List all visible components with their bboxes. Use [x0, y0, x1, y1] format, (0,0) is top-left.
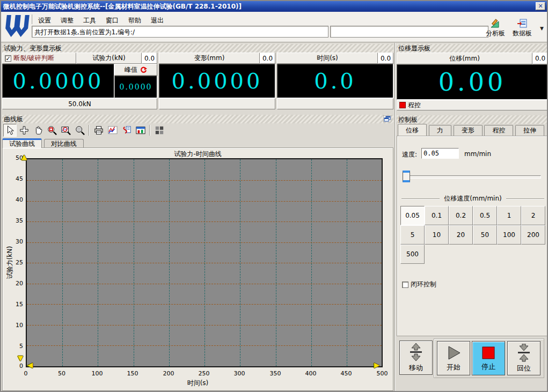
- slider-thumb[interactable]: [403, 171, 410, 182]
- y-min-marker[interactable]: ▼: [18, 354, 23, 362]
- speed-option-button[interactable]: 1: [497, 206, 521, 225]
- speed-input[interactable]: [421, 148, 459, 159]
- start-play-icon: [445, 345, 462, 361]
- displacement-value: 0.00: [397, 64, 548, 100]
- close-icon[interactable]: ✕: [536, 2, 545, 10]
- move-button[interactable]: 移动: [399, 341, 433, 375]
- time-value: 0.0: [277, 64, 393, 98]
- speed-option-button[interactable]: 100: [497, 225, 521, 245]
- peak-value: 0.0000: [114, 76, 157, 98]
- toolbar-more-icon[interactable]: ▼: [540, 26, 544, 31]
- displacement-header[interactable]: 位移(mm): [397, 53, 532, 64]
- menu-window[interactable]: 窗口: [102, 15, 122, 26]
- title-bar[interactable]: 微机控制电子万能试验机测控系统--[金属材料室温拉伸试验(GB/T 228.1-…: [1, 1, 547, 12]
- y-tick: 10: [8, 322, 23, 329]
- speed-button-grid: 0.05 0.1 0.2 0.5 1 2 5 10 20 50 100 200 …: [400, 206, 545, 264]
- home-button[interactable]: 回位: [507, 341, 540, 375]
- y-axis-label: 试验力(kN): [5, 223, 14, 303]
- speed-label: 速度:: [402, 150, 417, 159]
- menu-exit[interactable]: 退出: [147, 15, 167, 26]
- break-detect-checkbox[interactable]: ✓: [5, 55, 11, 62]
- speed-option-button[interactable]: 200: [521, 225, 545, 245]
- speed-option-button[interactable]: 20: [449, 225, 473, 245]
- menu-adjust[interactable]: 调整: [57, 15, 77, 26]
- curve-style-icon[interactable]: [106, 124, 119, 137]
- stop-square-icon: [481, 345, 496, 360]
- force-value: 0.0000: [2, 64, 114, 98]
- time-footer: [277, 98, 393, 109]
- speed-option-button[interactable]: 5: [400, 225, 425, 245]
- copy-curve-icon[interactable]: [120, 124, 133, 137]
- zoom-out-icon[interactable]: [73, 124, 86, 137]
- analysis-board-button[interactable]: 分析板: [483, 19, 508, 38]
- closed-loop-checkbox[interactable]: [402, 282, 408, 288]
- tab-test-curve[interactable]: 试验曲线: [2, 138, 42, 148]
- speed-group-title: 位移速度(mm/min): [401, 194, 544, 203]
- peak-reset-icon[interactable]: [140, 66, 147, 73]
- speed-option-button[interactable]: 2: [521, 206, 545, 225]
- top-toolbar: 设置 调整 工具 窗口 帮助 退出 共打开数据1条,当前位置为1,编号:/ 分析…: [1, 12, 547, 42]
- zoom-rect-icon[interactable]: [45, 124, 59, 137]
- deform-display: 变形(mm) 0.0 0.0000: [159, 53, 275, 110]
- time-header[interactable]: 时间(s): [277, 53, 378, 64]
- restore-window-icon[interactable]: [383, 115, 391, 122]
- x-min-marker[interactable]: ◀: [27, 361, 33, 369]
- curve-toolbar: [3, 124, 166, 137]
- control-panel-header: 控制板: [397, 115, 548, 124]
- move-updown-icon: [408, 343, 424, 361]
- stop-button[interactable]: 停止: [472, 341, 505, 375]
- program-mode-label: 程控: [408, 101, 421, 110]
- cursor-icon[interactable]: [3, 124, 17, 137]
- data-status-field[interactable]: 共打开数据1条,当前位置为1,编号:/: [32, 26, 328, 38]
- x-max-marker[interactable]: ▶: [374, 361, 379, 369]
- tab-program[interactable]: 程控: [484, 125, 513, 136]
- start-button[interactable]: 开始: [437, 341, 470, 375]
- slider-track[interactable]: [405, 175, 541, 179]
- menu-settings[interactable]: 设置: [34, 15, 55, 26]
- speed-option-button[interactable]: 0.2: [449, 206, 473, 225]
- analysis-board-label: 分析板: [486, 29, 505, 38]
- speed-option-button[interactable]: 50: [473, 225, 497, 245]
- tab-displacement[interactable]: 位移: [398, 124, 427, 136]
- closed-loop-label: 闭环控制: [411, 280, 436, 289]
- grid-pattern-icon[interactable]: [152, 124, 166, 137]
- speed-option-button[interactable]: 0.05: [400, 206, 425, 225]
- x-tick: 0: [15, 370, 36, 377]
- x-tick: 350: [265, 370, 286, 377]
- menu-bar: 设置 调整 工具 窗口 帮助 退出: [34, 15, 167, 26]
- tab-tensile[interactable]: 拉伸: [515, 125, 544, 136]
- chart-plot-area[interactable]: [26, 158, 383, 367]
- data-board-button[interactable]: 数据板: [509, 19, 535, 38]
- break-detect-label: 断裂/破碎判断: [13, 54, 54, 63]
- menu-tools[interactable]: 工具: [79, 15, 100, 26]
- print-icon[interactable]: [92, 124, 105, 137]
- x-tick: 300: [229, 370, 250, 377]
- speed-slider[interactable]: [397, 171, 548, 183]
- speed-option-button[interactable]: 0.5: [473, 206, 497, 225]
- deform-header[interactable]: 变形(mm): [159, 53, 260, 64]
- menu-help[interactable]: 帮助: [125, 15, 145, 26]
- zoom-curve-icon[interactable]: [59, 124, 72, 137]
- speed-option-button[interactable]: 0.1: [425, 206, 449, 225]
- x-tick: 100: [86, 370, 108, 377]
- speed-option-button[interactable]: 10: [425, 225, 449, 245]
- x-tick: 450: [335, 370, 357, 377]
- control-tab-content: 速度: mm/min 位移速度(mm/min) 0.05 0.1 0.2 0.5…: [397, 136, 548, 336]
- panel-divider[interactable]: [394, 43, 396, 392]
- control-tabs: 位移 力 变形 程控 拉伸: [398, 125, 544, 136]
- y-max-marker[interactable]: ▲: [21, 153, 27, 161]
- hand-icon[interactable]: [31, 124, 45, 137]
- program-mode-indicator: [399, 102, 406, 108]
- peak-bar[interactable]: 峰值: [114, 64, 157, 76]
- y-tick: 50: [8, 154, 23, 161]
- panel-config-icon[interactable]: [134, 124, 147, 137]
- tab-force[interactable]: 力: [429, 125, 451, 136]
- peak-label: 峰值: [125, 65, 137, 75]
- crosshair-icon[interactable]: [17, 124, 31, 137]
- force-header[interactable]: 试验力(kN): [76, 53, 142, 64]
- speed-option-button[interactable]: 500: [400, 245, 425, 264]
- x-tick: 500: [371, 370, 393, 377]
- window-title: 微机控制电子万能试验机测控系统--[金属材料室温拉伸试验(GB/T 228.1-…: [3, 2, 242, 11]
- tab-deform[interactable]: 变形: [454, 125, 483, 136]
- empty-status-field[interactable]: [330, 26, 488, 38]
